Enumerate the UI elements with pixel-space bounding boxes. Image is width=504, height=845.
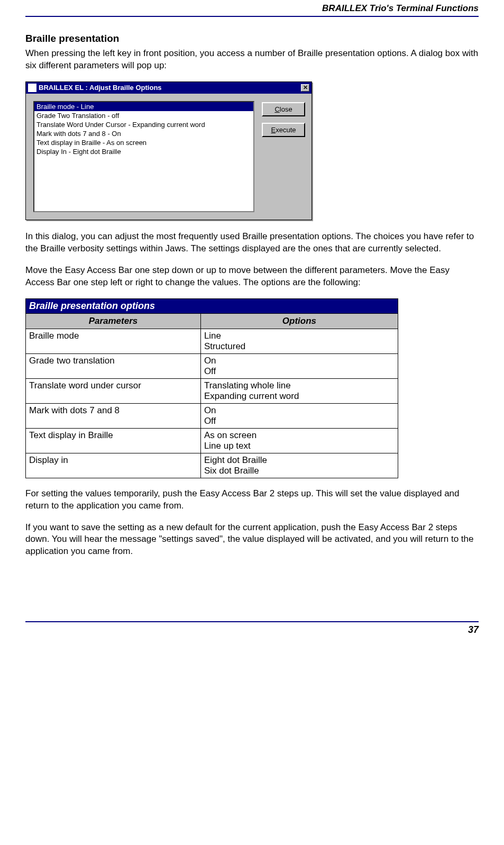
page-header: BRAILLEX Trio's Terminal Functions xyxy=(25,0,479,17)
param-cell: Translate word under cursor xyxy=(26,378,201,403)
col-header-options: Options xyxy=(200,313,398,329)
btn-accel: C xyxy=(274,105,279,113)
table-caption: Braille presentation options xyxy=(26,298,398,313)
app-icon xyxy=(28,84,36,92)
body-paragraph: Move the Easy Access Bar one step down o… xyxy=(25,265,479,289)
body-paragraph: In this dialog, you can adjust the most … xyxy=(25,231,479,255)
braille-options-dialog: BRAILLEX EL : Adjust Braille Options ✕ B… xyxy=(25,81,312,220)
dialog-title: BRAILLEX EL : Adjust Braille Options xyxy=(39,84,301,92)
execute-button[interactable]: Execute xyxy=(262,123,305,137)
param-cell: Mark with dots 7 and 8 xyxy=(26,403,201,428)
btn-accel: E xyxy=(271,126,276,134)
close-button[interactable]: Close xyxy=(262,102,305,116)
list-item[interactable]: Grade Two Translation - off xyxy=(34,111,253,120)
dialog-titlebar: BRAILLEX EL : Adjust Braille Options ✕ xyxy=(26,82,311,94)
param-cell: Braille mode xyxy=(26,329,201,353)
options-cell: Translating whole lineExpanding current … xyxy=(200,378,398,403)
list-item[interactable]: Translate Word Under Cursor - Expanding … xyxy=(34,120,253,129)
intro-paragraph: When pressing the left key in front posi… xyxy=(25,48,479,72)
param-cell: Display in xyxy=(26,453,201,478)
col-header-parameters: Parameters xyxy=(26,313,201,329)
param-cell: Grade two translation xyxy=(26,353,201,378)
btn-text: lose xyxy=(280,105,292,113)
options-cell: Eight dot BrailleSix dot Braille xyxy=(200,453,398,478)
body-paragraph: If you want to save the setting as a new… xyxy=(25,522,479,558)
list-item[interactable]: Braille mode - Line xyxy=(34,102,253,111)
list-item[interactable]: Mark with dots 7 and 8 - On xyxy=(34,129,253,138)
options-listbox[interactable]: Braille mode - Line Grade Two Translatio… xyxy=(33,101,254,212)
options-cell: LineStructured xyxy=(200,329,398,353)
options-cell: OnOff xyxy=(200,403,398,428)
options-cell: As on screenLine up text xyxy=(200,428,398,453)
braille-options-table: Braille presentation options Parameters … xyxy=(25,298,398,478)
body-paragraph: For setting the values temporarily, push… xyxy=(25,488,479,512)
options-cell: OnOff xyxy=(200,353,398,378)
list-item[interactable]: Display In - Eight dot Braille xyxy=(34,147,253,156)
close-icon[interactable]: ✕ xyxy=(301,84,309,92)
list-item[interactable]: Text display in Braille - As on screen xyxy=(34,138,253,147)
page-number: 37 xyxy=(468,624,479,635)
page-footer: 37 xyxy=(25,621,479,638)
btn-text: xecute xyxy=(276,126,296,134)
section-heading: Braille presentation xyxy=(25,33,479,44)
param-cell: Text display in Braille xyxy=(26,428,201,453)
